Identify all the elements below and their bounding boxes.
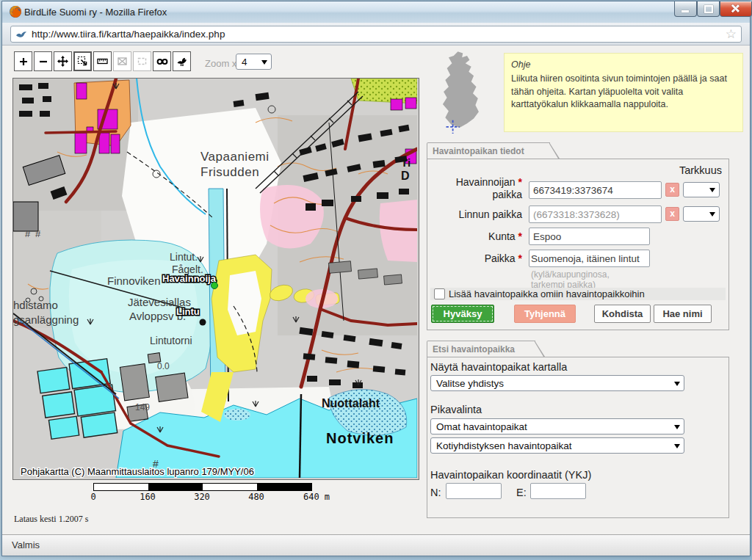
center-map-button[interactable]: Kohdista [594,305,651,323]
chevron-down-icon [709,188,715,195]
finland-overview-map[interactable] [432,50,491,134]
scale-tick: 160 [140,492,156,502]
observer-tarkkuus-select[interactable] [683,182,720,197]
pan-arrows-icon [57,56,68,67]
close-button[interactable] [720,1,752,17]
observer-place-input[interactable] [529,181,662,199]
bookmark-star-icon[interactable]: ☆ [726,28,737,40]
bird-clear-button[interactable]: x [665,207,679,221]
chevron-down-icon [674,382,680,389]
label-hdistamo: hdistamo [13,299,58,311]
label-gsanlaggning: gsanläggning [13,313,79,326]
paikka-label: Paikka * [422,252,522,265]
kunta-input[interactable] [529,228,650,245]
required-asterisk: * [518,252,522,264]
quick-select-label: Pikavalinta [430,404,482,415]
north-coordinate-input[interactable] [446,483,502,499]
clear-button[interactable]: Tyhjennä [514,305,576,323]
hash-symbol: # [25,228,31,239]
label-nuottalahti: Nuottalaht [322,397,380,410]
required-asterisk: * [518,230,522,242]
scale-tick: 640 m [303,492,330,502]
label-ti: Ti [401,156,411,169]
fetch-name-button[interactable]: Hae nimi [654,305,712,323]
search-tab-title: Etsi havaintopaikka [427,341,535,354]
maximize-button[interactable] [697,1,720,17]
zoom-box-icon [77,56,88,67]
scale-segment [94,484,148,490]
crossed-box-icon [117,56,128,67]
tab-etsi-havaintopaikka: Etsi havaintopaikka [427,341,535,357]
chevron-down-icon [674,425,680,432]
zoom-factor-label: Zoom x [205,58,236,69]
paikka-input[interactable] [529,250,650,267]
observer-marker-label: Havainnoija [162,273,217,284]
help-title: Ohje [511,59,736,72]
binoculars-icon [156,57,168,67]
label-vapaaniemi: Vapaaniemi [200,150,270,164]
zoom-factor-select[interactable]: 4 [236,54,272,70]
checkbox-label: Lisää havaintopaikka omiin havaintopaikk… [449,288,645,299]
status-text: Valmis [12,539,40,550]
page-content: Zoom x 4 [2,46,750,530]
zoom-previous-tool-button [113,51,131,71]
required-asterisk: * [518,176,522,188]
label-lintutorni: Lintutorni [150,335,192,346]
observer-clear-button[interactable]: x [665,183,679,197]
label-elevation-a: 0.0 [157,361,170,371]
url-bar[interactable]: http://www.tiira.fi/kartta/haepaikka/ind… [10,26,742,43]
scale-segment [257,484,311,490]
bird-marker-label: Lintu [176,306,200,317]
association-select[interactable]: Valitse yhdistys [430,375,684,391]
label-finnoviken: Finnoviken [107,274,161,287]
measure-tool-button[interactable] [93,51,112,71]
browser-window: BirdLife Suomi ry - Mozilla Firefox http… [2,1,750,556]
scale-segment [148,484,203,490]
load-time-text: Lataus kesti 1.2007 s [14,514,88,525]
bird-place-tool-button[interactable] [173,51,191,71]
chevron-down-icon [674,444,680,451]
label-elevation-b: 149 [135,402,150,412]
scale-tick: 320 [194,492,210,502]
extent-box-icon [137,56,148,67]
zoom-out-tool-button[interactable] [34,51,52,71]
map-scale-bar [93,483,312,491]
bird-tarkkuus-select[interactable] [683,206,720,222]
tiira-bird-icon [15,29,27,39]
navigation-bar: http://www.tiira.fi/kartta/haepaikka/ind… [2,23,750,46]
east-coordinate-input[interactable] [530,483,586,499]
paikka-hint-line1: (kylä/kaupunginosa, [531,269,610,280]
label-d: D [401,170,410,182]
tab-havaintopaikan-tiedot: Havaintopaikan tiedot [427,142,550,159]
details-tab-title: Havaintopaikan tiedot [427,143,549,156]
tarkkuus-label: Tarkkuus [652,164,722,177]
map-viewport[interactable]: Vapaaniemi Frisudden Finnoviken Lintut. … [12,78,419,480]
scale-tick: 480 [248,492,264,502]
zoom-in-tool-button[interactable] [14,51,32,71]
own-places-select-value: Omat havaintopaikat [436,421,527,432]
add-to-own-places-checkbox[interactable] [434,288,445,299]
own-places-select[interactable]: Omat havaintopaikat [430,418,684,434]
bird-place-label: Linnun paikka [422,208,522,221]
title-bar[interactable]: BirdLife Suomi ry - Mozilla Firefox [2,1,750,23]
bird-place-input[interactable] [529,206,662,223]
pan-tool-button[interactable] [54,51,72,71]
label-lintut: Lintut. [170,251,198,263]
zoom-box-tool-button[interactable] [73,51,92,71]
chevron-down-icon [261,60,267,68]
home-association-places-select[interactable]: Kotiyhdistyksen havaintopaikat [430,437,684,454]
observer-place-label: Havainnoijan * paikka [422,176,522,201]
plus-icon [20,58,27,65]
help-body: Liikuta hiiren osoitinta sivun toimintoj… [511,73,736,112]
observation-search-tool-button[interactable] [153,51,171,71]
label-notviken: Notviken [326,430,394,446]
map-canvas[interactable]: Vapaaniemi Frisudden Finnoviken Lintut. … [13,79,417,478]
url-text: http://www.tiira.fi/kartta/haepaikka/ind… [32,29,726,40]
label-frisudden: Frisudden [200,165,259,179]
north-coordinate-label: N: [430,487,441,498]
kunta-label: Kunta * [422,230,522,243]
window-title: BirdLife Suomi ry - Mozilla Firefox [24,7,167,18]
observer-marker-dot [212,283,218,289]
minimize-button[interactable] [674,1,697,17]
accept-button[interactable]: Hyväksy [431,305,494,323]
